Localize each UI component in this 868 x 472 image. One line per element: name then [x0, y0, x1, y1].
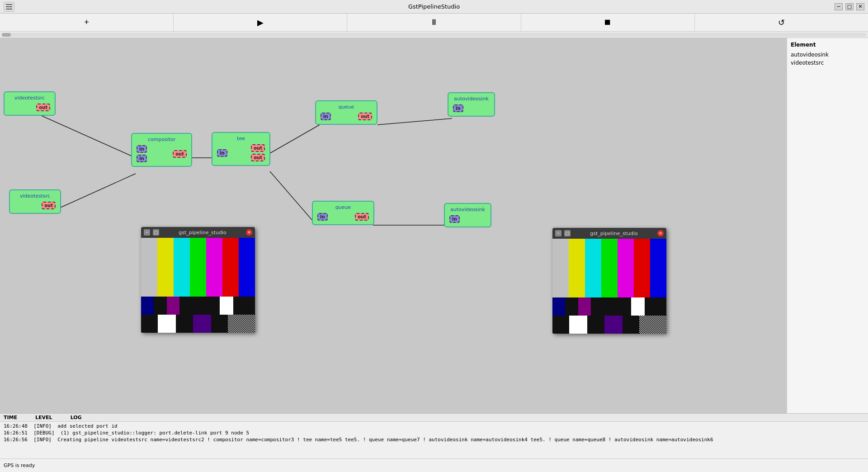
bottom-bar-2 — [552, 316, 666, 334]
log-entries: 16:26:48 [INFO] add selected port id 16:… — [0, 422, 868, 444]
port-in[interactable]: in — [321, 113, 331, 120]
video-minimize-2[interactable]: ─ — [555, 230, 561, 236]
log-area: TIME LEVEL LOG 16:26:48 [INFO] add selec… — [0, 413, 868, 458]
node-title: autovideosink — [448, 207, 487, 212]
log-entry-1: 16:26:51 [DEBUG] (1) gst_pipeline_studio… — [4, 430, 864, 436]
right-panel: Element autovideosink videotestsrc — [787, 38, 868, 413]
log-msg-2: Creating pipeline videotestsrc name=vide… — [57, 437, 713, 443]
node-ports: out — [14, 201, 57, 210]
video-titlebar-1: ─ □ gst_pipeline_studio ✕ — [141, 227, 255, 238]
color-bars-top-2 — [552, 239, 666, 297]
video-title-1: gst_pipeline_studio — [162, 230, 243, 236]
scrollbar-area[interactable] — [0, 32, 868, 38]
log-time-1: 16:26:51 — [4, 430, 28, 436]
port-in[interactable]: in — [137, 145, 147, 153]
log-level-0: [INFO] — [33, 423, 52, 429]
connections-svg — [0, 38, 787, 413]
video-maximize-1[interactable]: □ — [153, 229, 159, 236]
play-button[interactable]: ▶ — [174, 14, 347, 31]
port-out[interactable]: out — [36, 104, 50, 111]
log-level-1: [DEBUG] — [33, 430, 54, 436]
color-bars-bottom-1 — [141, 297, 255, 315]
video-title-2: gst_pipeline_studio — [573, 231, 655, 236]
log-msg-0: add selected port id — [57, 423, 117, 429]
node-title: autovideosink — [452, 96, 491, 102]
node-title: tee — [216, 136, 266, 142]
log-time-0: 16:26:48 — [4, 423, 28, 429]
log-level-2: [INFO] — [33, 437, 52, 443]
pipeline-canvas[interactable]: videotestsrc out videotestsrc out compos… — [0, 38, 787, 413]
video-titlebar-2: ─ □ gst_pipeline_studio ✕ — [552, 228, 666, 239]
minimize-button[interactable]: ─ — [835, 3, 843, 10]
panel-title: Element — [791, 42, 864, 48]
port-out[interactable]: out — [358, 113, 372, 120]
log-col-log: LOG — [71, 415, 82, 420]
panel-item-autovideosink[interactable]: autovideosink — [791, 51, 864, 59]
video-minimize-1[interactable]: ─ — [144, 229, 150, 236]
color-bars-bottom-2 — [552, 297, 666, 316]
log-entry-2: 16:26:56 [INFO] Creating pipeline videot… — [4, 436, 864, 443]
bottom-bar-1 — [141, 315, 255, 333]
log-header: TIME LEVEL LOG — [0, 414, 868, 422]
log-col-level: LEVEL — [35, 415, 52, 420]
window-controls: ─ □ ✕ — [835, 3, 864, 10]
video-window-1[interactable]: ─ □ gst_pipeline_studio ✕ — [141, 227, 255, 333]
log-entry-0: 16:26:48 [INFO] add selected port id — [4, 423, 864, 430]
toolbar: + ▶ ⏸ ⏹ ↺ — [0, 14, 868, 32]
node-queue-bottom[interactable]: queue in out — [312, 201, 374, 225]
video-maximize-2[interactable]: □ — [564, 230, 571, 236]
qr-code-2 — [639, 316, 666, 334]
scrollbar-thumb[interactable] — [2, 33, 11, 37]
port-out[interactable]: out — [173, 150, 187, 158]
node-videotestsrc2[interactable]: videotestsrc out — [9, 189, 61, 214]
video-content-1 — [141, 238, 255, 333]
node-title: videotestsrc — [8, 95, 51, 101]
port-in[interactable]: in — [449, 215, 460, 223]
svg-line-0 — [42, 116, 136, 158]
app-title: GstPipelineStudio — [408, 3, 460, 10]
node-autovideosink2[interactable]: autovideosink in — [444, 203, 491, 227]
video-close-2[interactable]: ✕ — [657, 230, 664, 236]
maximize-button[interactable]: □ — [845, 3, 854, 10]
close-button[interactable]: ✕ — [856, 3, 864, 10]
rewind-button[interactable]: ↺ — [695, 14, 868, 31]
port-out[interactable]: out — [355, 213, 369, 221]
node-videotestsrc1[interactable]: videotestsrc out — [4, 91, 56, 116]
ports-out: out out — [250, 143, 266, 162]
qr-code-1 — [228, 315, 255, 333]
node-autovideosink1[interactable]: autovideosink in — [448, 92, 495, 117]
video-window-2[interactable]: ─ □ gst_pipeline_studio ✕ — [552, 228, 666, 334]
hamburger-icon — [5, 3, 13, 10]
main-area: videotestsrc out videotestsrc out compos… — [0, 38, 868, 413]
node-queue-top[interactable]: queue in out — [315, 100, 377, 125]
port-out[interactable]: out — [251, 144, 265, 152]
titlebar: GstPipelineStudio ─ □ ✕ — [0, 0, 868, 14]
port-out[interactable]: out — [42, 202, 56, 209]
node-compositor[interactable]: compositor in in out — [131, 133, 192, 167]
svg-line-3 — [270, 125, 320, 153]
add-button[interactable]: + — [0, 14, 174, 31]
statusbar: GPS is ready — [0, 458, 868, 472]
port-in[interactable]: in — [317, 213, 328, 221]
log-time-2: 16:26:56 — [4, 437, 28, 443]
panel-item-videotestsrc[interactable]: videotestsrc — [791, 59, 864, 67]
node-title: queue — [316, 204, 370, 210]
pause-button[interactable]: ⏸ — [347, 14, 521, 31]
log-msg-1: (1) gst_pipeline_studio::logger: port.de… — [61, 430, 249, 436]
port-in[interactable]: in — [137, 155, 147, 162]
node-title: compositor — [136, 137, 188, 142]
port-out[interactable]: out — [251, 154, 265, 161]
menu-button[interactable] — [4, 2, 14, 12]
video-content-2 — [552, 239, 666, 334]
port-in[interactable]: in — [217, 149, 227, 157]
svg-line-4 — [270, 171, 316, 225]
svg-line-5 — [377, 118, 452, 125]
status-text: GPS is ready — [4, 463, 35, 468]
log-col-time: TIME — [4, 415, 17, 420]
node-title: videotestsrc — [14, 193, 57, 199]
video-close-1[interactable]: ✕ — [246, 229, 252, 236]
node-tee[interactable]: tee in out out — [212, 132, 270, 166]
port-in[interactable]: in — [453, 104, 463, 112]
ports-in: in in — [136, 144, 148, 163]
stop-button[interactable]: ⏹ — [521, 14, 695, 31]
